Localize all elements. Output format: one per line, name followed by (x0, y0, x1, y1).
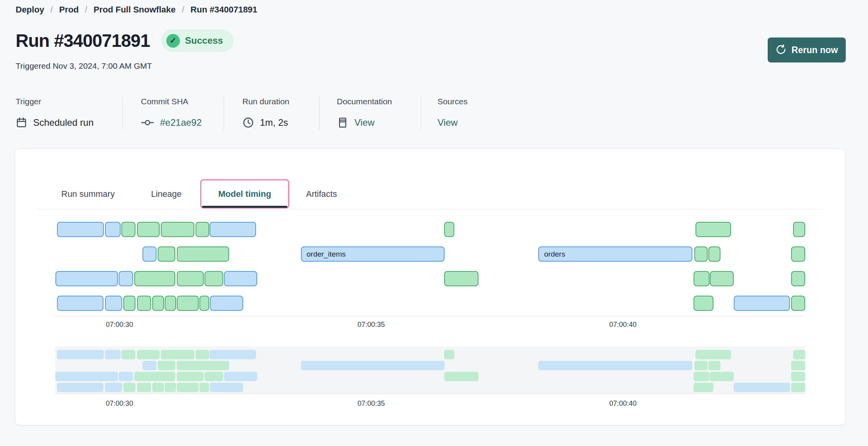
tab-run-summary[interactable]: Run summary (61, 179, 115, 209)
status-badge-label: Success (185, 35, 223, 46)
sources-view-link[interactable]: View (438, 117, 458, 128)
gantt-bar (57, 350, 104, 359)
gantt-bar (57, 383, 103, 392)
gantt-bar (119, 372, 133, 381)
gantt-bar[interactable] (137, 222, 160, 237)
gantt-bar (791, 372, 805, 381)
tab-lineage[interactable]: Lineage (151, 179, 181, 209)
gantt-bar[interactable] (105, 222, 121, 237)
time-tick-label: 07:00:30 (88, 400, 151, 408)
rerun-now-button[interactable]: Rerun now (768, 37, 846, 62)
breadcrumb-prod[interactable]: Prod (59, 5, 78, 15)
gantt-bar (177, 383, 199, 392)
gantt-bar[interactable] (694, 296, 714, 311)
clock-icon (242, 117, 254, 128)
gantt-bar[interactable] (199, 296, 209, 311)
gantt-bar[interactable] (105, 296, 122, 311)
gantt-bar (161, 350, 194, 359)
gantt-bar (791, 383, 805, 392)
minimap-axis-labels: 07:00:3007:00:3507:00:40 (55, 400, 805, 410)
gantt-bar[interactable] (123, 296, 135, 311)
gantt-bar[interactable] (152, 296, 164, 311)
check-icon: ✓ (166, 34, 180, 48)
gantt-bar[interactable] (137, 296, 151, 311)
model-timing-gantt: order_itemsorders (55, 222, 805, 311)
gantt-bar[interactable] (177, 296, 199, 311)
gantt-bar-order_items[interactable]: order_items (301, 246, 445, 262)
docs-icon (337, 117, 349, 128)
gantt-bar (177, 372, 203, 381)
time-tick-label: 07:00:40 (592, 400, 654, 408)
gantt-bar[interactable] (177, 271, 203, 286)
gantt-bar[interactable] (177, 246, 229, 262)
info-label: Sources (438, 97, 538, 108)
gantt-bar[interactable] (165, 296, 176, 311)
gantt-bar[interactable] (119, 271, 133, 286)
run-info-row: Trigger Scheduled run Commit SHA #e21ae9… (16, 97, 538, 130)
tab-artifacts[interactable]: Artifacts (306, 179, 337, 209)
gantt-bar (105, 350, 121, 359)
gantt-bar[interactable] (444, 271, 478, 286)
info-col-documentation: Documentation View (319, 97, 421, 130)
gantt-bar[interactable] (57, 222, 104, 237)
breadcrumb-separator: / (182, 5, 184, 15)
gantt-bar[interactable] (142, 246, 157, 262)
info-col-commit: Commit SHA #e21ae92 (122, 97, 224, 130)
gantt-bar[interactable] (694, 246, 708, 262)
gantt-bar (210, 350, 256, 359)
gantt-bar[interactable] (196, 222, 209, 237)
info-label: Commit SHA (141, 97, 224, 108)
gantt-bar[interactable] (210, 222, 256, 237)
gantt-bar[interactable] (444, 222, 454, 237)
gantt-bar-order_items (301, 361, 445, 370)
gantt-bar[interactable] (791, 296, 805, 311)
gantt-bar[interactable] (57, 296, 103, 311)
breadcrumb: Deploy / Prod / Prod Full Snowflake / Ru… (16, 5, 257, 15)
gantt-bar[interactable] (210, 296, 243, 311)
run-duration-value: 1m, 2s (260, 117, 288, 128)
gantt-bar (177, 361, 229, 370)
gantt-bar (152, 383, 164, 392)
documentation-view-link[interactable]: View (354, 117, 375, 128)
gantt-bar[interactable] (793, 222, 805, 237)
gantt-bar[interactable] (734, 296, 790, 311)
commit-sha-link[interactable]: #e21ae92 (160, 117, 202, 128)
gantt-bar[interactable] (134, 271, 176, 286)
gantt-bar (695, 350, 731, 359)
breadcrumb-deploy[interactable]: Deploy (16, 5, 44, 15)
breadcrumb-job[interactable]: Prod Full Snowflake (94, 5, 176, 15)
tab-model-timing[interactable]: Model timing (200, 179, 289, 209)
gantt-bar[interactable] (791, 246, 805, 262)
gantt-bar[interactable] (161, 222, 194, 237)
info-label: Documentation (337, 97, 421, 108)
gantt-bar[interactable] (694, 271, 710, 286)
timeline-minimap[interactable] (55, 346, 805, 394)
gantt-bar (444, 372, 478, 381)
gantt-bar[interactable] (205, 271, 223, 286)
gantt-bar[interactable] (121, 222, 135, 237)
gantt-bar[interactable] (710, 271, 734, 286)
time-tick-label: 07:00:35 (340, 400, 402, 408)
gantt-bar (165, 383, 176, 392)
gantt-bar (791, 361, 805, 370)
time-tick-label: 07:00:35 (340, 321, 402, 329)
gantt-bar (205, 372, 223, 381)
time-axis-labels: 07:00:3007:00:3507:00:40 (55, 321, 805, 331)
gantt-bar-orders[interactable]: orders (538, 246, 692, 262)
rerun-now-label: Rerun now (792, 45, 838, 55)
info-col-sources: Sources View (421, 97, 538, 130)
gantt-bar[interactable] (158, 246, 175, 262)
info-col-duration: Run duration 1m, 2s (224, 97, 319, 130)
breadcrumb-run: Run #340071891 (190, 5, 257, 15)
tabs-divider (38, 209, 824, 209)
gantt-bar[interactable] (791, 271, 805, 286)
gantt-bar[interactable] (695, 222, 731, 237)
breadcrumb-separator: / (85, 5, 87, 15)
gantt-bar (158, 361, 175, 370)
gantt-bar (121, 350, 135, 359)
gantt-bar[interactable] (708, 246, 720, 262)
gantt-bar[interactable] (224, 271, 257, 286)
trigger-value: Scheduled run (33, 117, 94, 128)
gantt-bar[interactable] (55, 271, 118, 286)
minimap-rows (55, 350, 805, 392)
